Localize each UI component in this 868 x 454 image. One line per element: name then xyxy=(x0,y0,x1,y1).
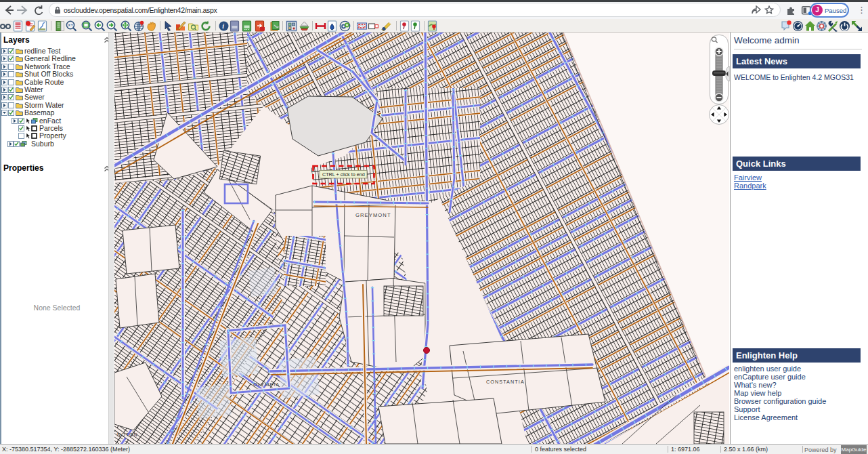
svg-text:i: i xyxy=(222,22,224,30)
svg-text:CONSTANTIA: CONSTANTIA xyxy=(486,379,525,385)
svg-text:OLYMPIA: OLYMPIA xyxy=(253,381,280,388)
svg-text:XY: XY xyxy=(68,23,73,27)
svg-text:GREYMONT: GREYMONT xyxy=(355,212,391,218)
svg-text:CTRL + click to end: CTRL + click to end xyxy=(322,171,365,178)
svg-text:NOTON: NOTON xyxy=(117,432,138,437)
